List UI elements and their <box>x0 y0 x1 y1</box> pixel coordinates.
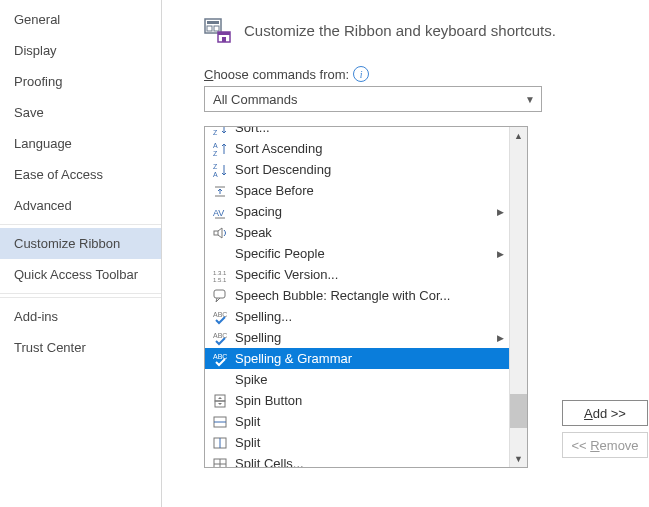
spelling-icon: ABC <box>211 308 229 326</box>
heading-row: Customize the Ribbon and keyboard shortc… <box>204 16 649 44</box>
sidebar-item-ease-of-access[interactable]: Ease of Access <box>0 159 161 190</box>
command-item[interactable]: Spin Button <box>205 390 509 411</box>
command-label: Sort Ascending <box>235 141 509 156</box>
add-button[interactable]: Add >> <box>562 400 648 426</box>
transfer-buttons: Add >> << Remove <box>562 400 648 458</box>
info-icon[interactable]: i <box>353 66 369 82</box>
svg-text:1.5.1: 1.5.1 <box>213 277 227 283</box>
svg-text:ABC: ABC <box>213 332 227 339</box>
sidebar-item-language[interactable]: Language <box>0 128 161 159</box>
sidebar-item-customize-ribbon[interactable]: Customize Ribbon <box>0 228 161 259</box>
command-label: Spike <box>235 372 509 387</box>
split-h-icon <box>211 413 229 431</box>
svg-text:ABC: ABC <box>213 311 227 318</box>
svg-text:Z: Z <box>213 150 218 157</box>
command-item[interactable]: AZSort... <box>205 127 509 138</box>
specific-version-icon: 1.3.11.5.1 <box>211 266 229 284</box>
command-item[interactable]: ZASort Descending <box>205 159 509 180</box>
space-before-icon <box>211 182 229 200</box>
command-item[interactable]: AVSpacing▶ <box>205 201 509 222</box>
sidebar-item-advanced[interactable]: Advanced <box>0 190 161 221</box>
flyout-arrow-icon: ▶ <box>495 249 505 259</box>
scrollbar[interactable]: ▲ ▼ <box>509 127 527 467</box>
sidebar-item-quick-access-toolbar[interactable]: Quick Access Toolbar <box>0 259 161 290</box>
scroll-down-icon[interactable]: ▼ <box>510 450 527 467</box>
command-label: Spelling & Grammar <box>235 351 509 366</box>
svg-rect-3 <box>214 26 219 31</box>
command-label: Speech Bubble: Rectangle with Cor... <box>235 288 509 303</box>
spelling-icon: ABC <box>211 329 229 347</box>
command-label: Speak <box>235 225 509 240</box>
command-label: Spin Button <box>235 393 509 408</box>
command-item[interactable]: Split <box>205 432 509 453</box>
none-icon <box>211 245 229 263</box>
svg-text:1.3.1: 1.3.1 <box>213 270 227 276</box>
flyout-arrow-icon: ▶ <box>495 207 505 217</box>
sort-desc-icon: ZA <box>211 161 229 179</box>
split-cells-icon <box>211 455 229 468</box>
command-item[interactable]: ABCSpelling & Grammar <box>205 348 509 369</box>
command-item[interactable]: Speech Bubble: Rectangle with Cor... <box>205 285 509 306</box>
sidebar-item-save[interactable]: Save <box>0 97 161 128</box>
command-label: Spelling <box>235 330 495 345</box>
svg-rect-17 <box>214 290 225 298</box>
command-label: Sort Descending <box>235 162 509 177</box>
svg-rect-14 <box>214 231 218 235</box>
choose-commands-combo[interactable]: All Commands ▼ <box>204 86 542 112</box>
choose-commands-label: Choose commands from: i <box>204 66 649 82</box>
chevron-down-icon: ▼ <box>525 94 535 105</box>
svg-text:AV: AV <box>213 208 224 218</box>
spacing-icon: AV <box>211 203 229 221</box>
sort-asc-icon: AZ <box>211 140 229 158</box>
sidebar-item-add-ins[interactable]: Add-ins <box>0 301 161 332</box>
command-label: Specific Version... <box>235 267 509 282</box>
command-item[interactable]: AZSort Ascending <box>205 138 509 159</box>
sidebar-item-general[interactable]: General <box>0 4 161 35</box>
customize-ribbon-icon <box>204 16 232 44</box>
sidebar-item-trust-center[interactable]: Trust Center <box>0 332 161 363</box>
command-item[interactable]: Spike <box>205 369 509 390</box>
command-item[interactable]: ABCSpelling... <box>205 306 509 327</box>
split-v-icon <box>211 434 229 452</box>
svg-rect-1 <box>207 21 219 24</box>
svg-text:A: A <box>213 171 218 178</box>
options-dialog: GeneralDisplayProofingSaveLanguageEase o… <box>0 0 649 507</box>
flyout-arrow-icon: ▶ <box>495 333 505 343</box>
command-item[interactable]: Specific People▶ <box>205 243 509 264</box>
command-item[interactable]: Split Cells... <box>205 453 509 467</box>
command-label: Sort... <box>235 127 509 135</box>
command-label: Split <box>235 414 509 429</box>
command-label: Spelling... <box>235 309 509 324</box>
command-label: Spacing <box>235 204 495 219</box>
command-label: Split <box>235 435 509 450</box>
command-item[interactable]: Split <box>205 411 509 432</box>
commands-listbox[interactable]: AZSort...AZSort AscendingZASort Descendi… <box>204 126 528 468</box>
heading-text: Customize the Ribbon and keyboard shortc… <box>244 22 556 39</box>
scroll-up-icon[interactable]: ▲ <box>510 127 527 144</box>
sort-az-icon: AZ <box>211 127 229 137</box>
command-label: Specific People <box>235 246 495 261</box>
svg-rect-2 <box>207 26 212 31</box>
svg-text:ABC: ABC <box>213 353 227 360</box>
none-icon <box>211 371 229 389</box>
svg-text:Z: Z <box>213 129 218 136</box>
svg-text:A: A <box>213 127 218 128</box>
speak-icon <box>211 224 229 242</box>
spelling-icon: ABC <box>211 350 229 368</box>
sidebar-item-display[interactable]: Display <box>0 35 161 66</box>
category-sidebar: GeneralDisplayProofingSaveLanguageEase o… <box>0 0 162 507</box>
svg-text:Z: Z <box>213 163 218 170</box>
command-item[interactable]: Speak <box>205 222 509 243</box>
command-item[interactable]: 1.3.11.5.1Specific Version... <box>205 264 509 285</box>
svg-rect-5 <box>218 32 230 35</box>
sidebar-item-proofing[interactable]: Proofing <box>0 66 161 97</box>
svg-text:A: A <box>213 142 218 149</box>
spin-icon <box>211 392 229 410</box>
scroll-thumb[interactable] <box>510 394 527 428</box>
remove-button: << Remove <box>562 432 648 458</box>
command-item[interactable]: Space Before <box>205 180 509 201</box>
customize-ribbon-panel: Customize the Ribbon and keyboard shortc… <box>162 0 649 507</box>
combo-value: All Commands <box>213 92 298 107</box>
svg-rect-6 <box>222 37 226 42</box>
command-item[interactable]: ABCSpelling▶ <box>205 327 509 348</box>
